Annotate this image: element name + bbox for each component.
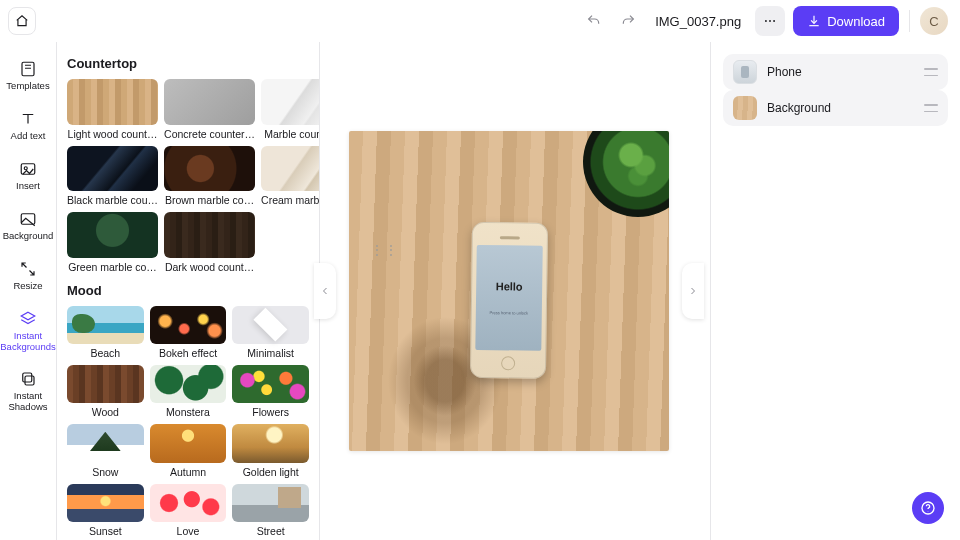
redo-button[interactable] (615, 8, 641, 34)
shadows-icon (19, 370, 37, 388)
phone-hello-text: Hello (496, 280, 523, 292)
gallery-item[interactable]: Beach (67, 306, 144, 359)
gallery-item[interactable]: Sunset (67, 484, 144, 537)
rail-templates[interactable]: Templates (0, 52, 56, 102)
thumbnail (261, 146, 320, 192)
phone-screen: Hello Press home to unlock (475, 245, 542, 351)
plant-decoration (583, 131, 669, 217)
rail-background[interactable]: Background (0, 202, 56, 252)
help-icon (920, 500, 936, 516)
thumbnail-caption: Love (150, 525, 227, 537)
layer-row[interactable]: Phone (723, 54, 948, 90)
help-button[interactable] (912, 492, 944, 524)
gallery-item[interactable]: Monstera (150, 365, 227, 418)
rail-insert[interactable]: Insert (0, 152, 56, 202)
resize-handle-icon[interactable]: ⋮⋮ (371, 243, 399, 257)
gallery-item[interactable]: Flowers (232, 365, 309, 418)
gallery-item[interactable]: Golden light (232, 424, 309, 477)
resize-icon (19, 260, 37, 278)
gallery-panel[interactable]: Countertop Light wood count…Concrete cou… (57, 42, 320, 540)
gallery-item[interactable]: Light wood count… (67, 79, 158, 140)
layer-row[interactable]: Background (723, 90, 948, 126)
thumbnail-caption: Bokeh effect (150, 347, 227, 359)
rail-label: Instant Backgrounds (0, 331, 56, 353)
avatar-initial: C (929, 14, 938, 29)
layer-label: Phone (767, 65, 914, 79)
gallery-item[interactable]: Snow (67, 424, 144, 477)
thumbnail-caption: Green marble co… (67, 261, 158, 273)
svg-point-5 (24, 167, 27, 170)
thumbnail (67, 365, 144, 403)
layer-label: Background (767, 101, 914, 115)
thumbnail (150, 365, 227, 403)
rail-label: Background (3, 231, 54, 242)
canvas-next-button[interactable] (682, 263, 704, 319)
undo-button[interactable] (581, 8, 607, 34)
gallery-item[interactable]: Concrete counter… (164, 79, 255, 140)
thumbnail (150, 424, 227, 462)
gallery-item[interactable]: Cream marble co… (261, 146, 320, 207)
gallery-item[interactable]: Bokeh effect (150, 306, 227, 359)
redo-icon (620, 13, 636, 29)
thumbnail (261, 79, 320, 125)
thumbnail-caption: Street (232, 525, 309, 537)
gallery-item[interactable]: Marble countertop (261, 79, 320, 140)
svg-point-0 (765, 20, 767, 22)
thumbnail (164, 146, 255, 192)
avatar[interactable]: C (920, 7, 948, 35)
drag-handle-icon[interactable] (924, 68, 938, 76)
rail-resize[interactable]: Resize (0, 252, 56, 302)
layer-thumbnail (733, 60, 757, 84)
thumbnail-caption: Autumn (150, 466, 227, 478)
phone-mockup[interactable]: Hello Press home to unlock (470, 222, 548, 379)
thumbnail-caption: Snow (67, 466, 144, 478)
thumbnail-caption: Monstera (150, 406, 227, 418)
thumbnail-caption: Beach (67, 347, 144, 359)
thumbnail (150, 484, 227, 522)
rail-label: Instant Shadows (0, 391, 56, 413)
gallery-item[interactable]: Love (150, 484, 227, 537)
thumbnail (67, 484, 144, 522)
canvas-prev-button[interactable] (314, 263, 336, 319)
home-button[interactable] (8, 7, 36, 35)
download-button[interactable]: Download (793, 6, 899, 36)
ellipsis-icon (763, 14, 777, 28)
thumbnail (232, 424, 309, 462)
thumbnail (232, 306, 309, 344)
svg-rect-7 (23, 373, 32, 382)
filename[interactable]: IMG_0037.png (655, 14, 741, 29)
text-icon (19, 110, 37, 128)
drag-handle-icon[interactable] (924, 104, 938, 112)
gallery-item[interactable]: Brown marble co… (164, 146, 255, 207)
gallery-item[interactable]: Green marble co… (67, 212, 158, 273)
gallery-item[interactable]: Street (232, 484, 309, 537)
rail-label: Insert (16, 181, 40, 192)
download-label: Download (827, 14, 885, 29)
thumbnail (67, 212, 158, 258)
gallery-item[interactable]: Wood (67, 365, 144, 418)
layer-thumbnail (733, 96, 757, 120)
thumbnail-caption: Cream marble co… (261, 194, 320, 206)
gallery-item[interactable]: Black marble cou… (67, 146, 158, 207)
svg-rect-3 (22, 62, 34, 76)
undo-icon (586, 13, 602, 29)
rail-addtext[interactable]: Add text (0, 102, 56, 152)
rail-label: Resize (13, 281, 42, 292)
left-rail: Templates Add text Insert Background Res… (0, 42, 57, 540)
svg-point-10 (928, 511, 929, 512)
gallery-item[interactable]: Autumn (150, 424, 227, 477)
rail-instant-shadows[interactable]: Instant Shadows (0, 362, 56, 423)
gallery-item[interactable]: Minimalist (232, 306, 309, 359)
home-icon (15, 14, 29, 28)
gallery-item[interactable]: Dark wood count… (164, 212, 255, 273)
rail-label: Templates (6, 81, 49, 92)
canvas-area: ⋮⋮ Hello Press home to unlock (320, 42, 698, 540)
templates-icon (19, 60, 37, 78)
phone-speaker (500, 236, 520, 239)
rail-instant-backgrounds[interactable]: Instant Backgrounds (0, 302, 56, 363)
thumbnail (67, 424, 144, 462)
canvas[interactable]: ⋮⋮ Hello Press home to unlock (349, 131, 669, 451)
more-button[interactable] (755, 6, 785, 36)
thumbnail-caption: Black marble cou… (67, 194, 158, 206)
svg-point-1 (769, 20, 771, 22)
